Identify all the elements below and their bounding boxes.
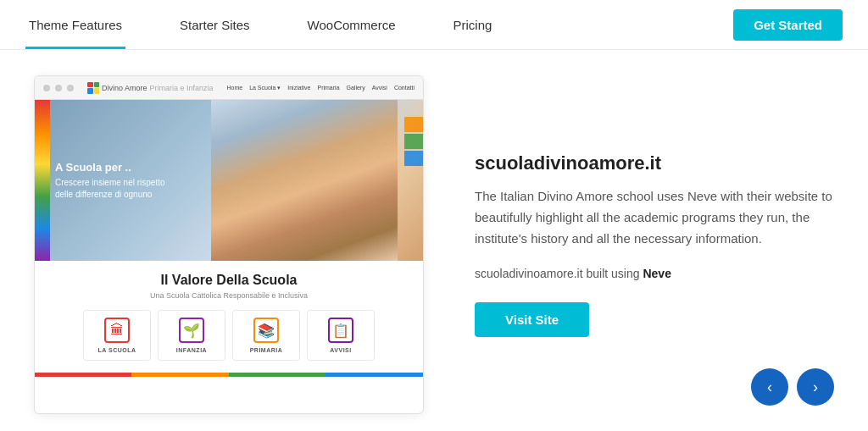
nav-arrows: ‹ › bbox=[751, 368, 834, 406]
icon-card-avvisi: 📋 AVVISI bbox=[307, 310, 375, 361]
icon-card-infanzia: 🌱 INFANZIA bbox=[158, 310, 225, 361]
browser-nav-links: Home La Scuola ▾ Iniziative Primaria Gal… bbox=[226, 85, 415, 91]
icon-card-primaria: 📚 PRIMARIA bbox=[232, 310, 300, 361]
navbar: Theme Features Starter Sites WooCommerce… bbox=[0, 0, 868, 50]
site-desc-text: The Italian Divino Amore school uses Nev… bbox=[475, 186, 834, 249]
browser-site-title: Divino Amore bbox=[102, 84, 147, 92]
site-main-subtitle: Una Scuola Cattolica Responsabile e Incl… bbox=[48, 291, 409, 300]
neve-theme-link[interactable]: Neve bbox=[643, 267, 670, 280]
hero-subtitle-line1: Crescere insieme nel rispetto bbox=[55, 177, 165, 189]
people-placeholder bbox=[211, 100, 398, 261]
icon-label-infanzia: INFANZIA bbox=[162, 347, 221, 353]
logo-sq-red bbox=[87, 82, 93, 88]
get-started-button[interactable]: Get Started bbox=[733, 9, 843, 41]
color-bar bbox=[35, 373, 423, 377]
icon-grid: 🏛 LA SCUOLA 🌱 INFANZIA 📚 PRIMARIA 📋 AVVI… bbox=[48, 310, 409, 361]
icon-infanzia: 🌱 bbox=[179, 318, 204, 343]
browser-bar: Divino Amore Primaria e Infanzia Home La… bbox=[35, 76, 423, 100]
flags-decoration bbox=[35, 100, 50, 261]
browser-logo: Divino Amore Primaria e Infanzia bbox=[87, 82, 214, 94]
browser-nav-gallery: Gallery bbox=[347, 85, 365, 91]
nav-item-woocommerce[interactable]: WooCommerce bbox=[304, 18, 399, 32]
browser-dot-2 bbox=[55, 85, 62, 91]
nav-item-starter-sites[interactable]: Starter Sites bbox=[176, 18, 253, 32]
visit-site-button[interactable]: Visit Site bbox=[475, 302, 589, 337]
built-text: built using bbox=[583, 267, 643, 280]
icon-label-primaria: PRIMARIA bbox=[236, 347, 296, 353]
bottom-row: Visit Site bbox=[475, 302, 834, 337]
icon-label-la-scuola: LA SCUOLA bbox=[87, 347, 147, 353]
icon-primaria: 📚 bbox=[253, 318, 279, 343]
icon-label-avvisi: AVVISI bbox=[311, 347, 370, 353]
site-built-with: scuoladivinoamore.it built using Neve bbox=[475, 267, 834, 280]
side-box-blue bbox=[404, 151, 423, 166]
site-main-title: Il Valore Della Scuola bbox=[48, 273, 409, 288]
site-body: Il Valore Della Scuola Una Scuola Cattol… bbox=[35, 261, 423, 373]
side-box-orange bbox=[404, 117, 423, 132]
logo-sq-blue bbox=[87, 88, 93, 94]
browser-nav-iniziative: Iniziative bbox=[287, 85, 310, 91]
hero-subtitle-line2: delle differenze di ognuno bbox=[55, 189, 165, 201]
browser-nav-contatti: Contatti bbox=[394, 85, 415, 91]
prev-arrow-button[interactable]: ‹ bbox=[751, 368, 788, 406]
nav-items: Theme Features Starter Sites WooCommerce… bbox=[25, 18, 733, 32]
browser-dot-1 bbox=[43, 85, 50, 91]
main-content: Divino Amore Primaria e Infanzia Home La… bbox=[0, 50, 868, 431]
logo-sq-green bbox=[94, 82, 100, 88]
site-hero: A Scuola per .. Crescere insieme nel ris… bbox=[35, 100, 423, 261]
icon-avvisi: 📋 bbox=[328, 318, 353, 343]
browser-site-subtitle: Primaria e Infanzia bbox=[150, 84, 214, 92]
browser-dot-3 bbox=[67, 85, 74, 91]
side-boxes bbox=[404, 117, 423, 166]
browser-nav-avvisi: Avvisi bbox=[372, 85, 387, 91]
site-preview: Divino Amore Primaria e Infanzia Home La… bbox=[34, 75, 424, 414]
side-box-green bbox=[404, 134, 423, 149]
nav-item-pricing[interactable]: Pricing bbox=[450, 18, 496, 32]
hero-title: A Scuola per .. bbox=[55, 161, 165, 174]
browser-nav-primaria: Primaria bbox=[317, 85, 339, 91]
site-description: scuoladivinoamore.it The Italian Divino … bbox=[475, 152, 834, 336]
logo-squares bbox=[87, 82, 99, 94]
browser-nav-lascuola: La Scuola ▾ bbox=[249, 85, 281, 91]
next-arrow-button[interactable]: › bbox=[797, 368, 834, 406]
people-image bbox=[211, 100, 398, 261]
site-link[interactable]: scuoladivinoamore.it bbox=[475, 267, 583, 280]
browser-nav-home: Home bbox=[226, 85, 242, 91]
icon-card-la-scuola: 🏛 LA SCUOLA bbox=[83, 310, 151, 361]
hero-overlay-text: A Scuola per .. Crescere insieme nel ris… bbox=[55, 161, 165, 201]
site-name-heading: scuoladivinoamore.it bbox=[475, 152, 834, 174]
icon-la-scuola: 🏛 bbox=[104, 318, 130, 343]
nav-item-theme-features[interactable]: Theme Features bbox=[25, 18, 125, 32]
logo-sq-yellow bbox=[94, 88, 100, 94]
